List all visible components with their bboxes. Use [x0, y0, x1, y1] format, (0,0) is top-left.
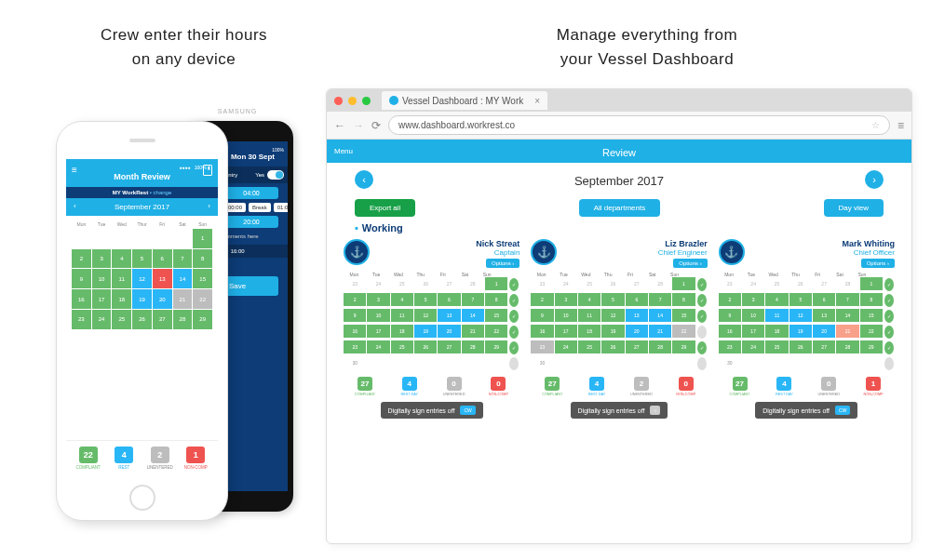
- back-icon[interactable]: ←: [334, 119, 345, 132]
- ios-subtitle: MY WorkRest • change: [66, 187, 218, 198]
- crew-role: Captain: [476, 248, 519, 257]
- time-entry-1[interactable]: 04:00: [224, 187, 278, 199]
- mini-calendar[interactable]: 2324252627281✓2345678✓9101112131415✓1617…: [531, 277, 707, 371]
- row-check-icon[interactable]: [697, 326, 707, 339]
- row-check-icon[interactable]: ✓: [509, 278, 519, 291]
- iphone: ≡ ●●●● 100% ▮ Month Review MY WorkRest •…: [56, 121, 228, 521]
- home-button[interactable]: [129, 485, 155, 511]
- row-check-icon[interactable]: ✓: [884, 278, 894, 291]
- toggle-icon[interactable]: [267, 170, 284, 180]
- crew-card: ⚓Nick StreatCaptainOptions ›MonTueWedThu…: [344, 239, 519, 419]
- mini-calendar[interactable]: 2324252627281✓2345678✓9101112131415✓1617…: [719, 277, 895, 371]
- calendar-grid[interactable]: 2324252627281234567891011121314151617181…: [72, 229, 212, 349]
- crew-role: Chief Officer: [842, 248, 895, 257]
- row-check-icon[interactable]: ✓: [697, 310, 707, 323]
- menu-link[interactable]: Menu: [334, 147, 353, 155]
- row-check-icon[interactable]: ✓: [509, 326, 519, 339]
- menu-icon[interactable]: ≡: [72, 165, 77, 175]
- ios-header: ≡ ●●●● 100% ▮ Month Review: [66, 159, 218, 187]
- crew-role: Chief Engineer: [658, 248, 708, 257]
- reload-icon[interactable]: ⟳: [371, 119, 381, 132]
- sign-off-button[interactable]: Digitally sign entries off ○: [571, 402, 668, 419]
- avatar: ⚓: [531, 239, 557, 265]
- crew-card: ⚓Liz BrazlerChief EngineerOptions ›MonTu…: [531, 239, 707, 419]
- export-button[interactable]: Export all: [355, 199, 415, 217]
- sign-off-button[interactable]: Digitally sign entries off CW: [381, 402, 483, 419]
- address-bar[interactable]: www.dashboard.workrest.co☆: [388, 115, 890, 135]
- departments-button[interactable]: All departments: [579, 199, 661, 217]
- time-entry-2[interactable]: 20:00: [224, 216, 278, 228]
- row-check-icon[interactable]: ✓: [884, 310, 894, 323]
- menu-icon[interactable]: ≡: [897, 119, 904, 132]
- month-selector[interactable]: September 2017: [66, 198, 218, 216]
- row-check-icon[interactable]: ✓: [697, 341, 707, 354]
- row-check-icon[interactable]: ✓: [697, 278, 707, 291]
- stats-row: 22COMPLIANT4REST2UNENTERED1NON-COMP: [66, 440, 218, 475]
- avatar: ⚓: [344, 239, 370, 265]
- caption-right: Manage everything fromyour Vessel Dashbo…: [507, 23, 787, 71]
- close-icon[interactable]: [334, 97, 343, 105]
- page-title: Month Review: [72, 172, 212, 181]
- crew-name: Mark Whiting: [842, 239, 895, 248]
- maximize-icon[interactable]: [362, 97, 371, 105]
- mini-calendar[interactable]: 2324252627281✓2345678✓9101112131415✓1617…: [344, 277, 519, 371]
- row-check-icon[interactable]: ✓: [509, 310, 519, 323]
- minimize-icon[interactable]: [348, 97, 357, 105]
- dayview-button[interactable]: Day view: [824, 199, 884, 217]
- month-label: September 2017: [574, 174, 664, 188]
- crew-card: ⚓Mark WhitingChief OfficerOptions ›MonTu…: [719, 239, 895, 419]
- row-check-icon[interactable]: ✓: [509, 294, 519, 307]
- row-check-icon[interactable]: [697, 357, 707, 370]
- brand-label: SAMSUNG: [182, 108, 293, 114]
- close-tab-icon[interactable]: ×: [534, 96, 540, 106]
- avatar: ⚓: [719, 239, 745, 265]
- favicon-icon: [389, 96, 398, 105]
- doc-icon[interactable]: [203, 165, 212, 176]
- options-button[interactable]: Options ›: [861, 259, 895, 268]
- row-check-icon[interactable]: ✓: [884, 294, 894, 307]
- sign-off-button[interactable]: Digitally sign entries off CW: [755, 402, 857, 419]
- crew-name: Nick Streat: [476, 239, 519, 248]
- tab-bar: Vessel Dashboard : MY Work×: [327, 89, 911, 112]
- star-icon[interactable]: ☆: [871, 120, 880, 130]
- section-heading: •Working: [327, 217, 911, 239]
- row-check-icon[interactable]: ✓: [884, 341, 894, 354]
- row-check-icon[interactable]: [884, 357, 894, 370]
- row-check-icon[interactable]: ✓: [697, 294, 707, 307]
- row-check-icon[interactable]: ✓: [509, 341, 519, 354]
- prev-month-button[interactable]: ‹: [355, 170, 373, 189]
- next-month-button[interactable]: ›: [865, 170, 884, 189]
- break-row[interactable]: 00:00Break01:00: [224, 203, 284, 212]
- options-button[interactable]: Options ›: [486, 259, 519, 268]
- page-title: Review: [327, 147, 911, 158]
- crew-name: Liz Brazler: [658, 239, 708, 248]
- row-check-icon[interactable]: ✓: [884, 326, 894, 339]
- browser-tab[interactable]: Vessel Dashboard : MY Work×: [382, 91, 547, 110]
- options-button[interactable]: Options ›: [673, 259, 707, 268]
- row-check-icon[interactable]: [509, 357, 519, 370]
- browser-window: Vessel Dashboard : MY Work× ← → ⟳ www.da…: [326, 88, 912, 544]
- caption-left: Crew enter their hourson any device: [70, 23, 298, 71]
- forward-icon[interactable]: →: [353, 119, 364, 132]
